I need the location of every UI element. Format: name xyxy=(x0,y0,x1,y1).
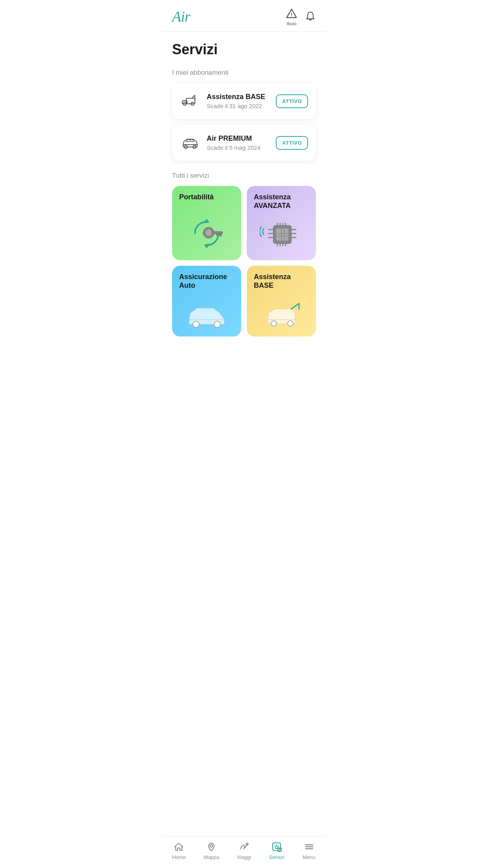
service-title-avanzata: Assistenza AVANZATA xyxy=(254,193,309,210)
svg-rect-19 xyxy=(276,228,288,241)
help-button[interactable]: ! Aiuto xyxy=(285,7,298,26)
nav-servizi-label: Servizi xyxy=(269,854,284,860)
subscription-card-base[interactable]: Assistenza BASE Scade il 31 ago 2022 ATT… xyxy=(172,83,316,119)
svg-line-44 xyxy=(291,303,299,309)
service-card-avanzata[interactable]: Assistenza AVANZATA xyxy=(247,186,316,260)
all-services-label: Tutti i servizi xyxy=(172,172,316,180)
bell-icon xyxy=(305,11,316,22)
nav-mappa[interactable]: Mappa xyxy=(195,841,228,860)
svg-marker-12 xyxy=(204,244,209,248)
nav-mappa-label: Mappa xyxy=(204,854,219,860)
portabilita-image xyxy=(179,202,234,254)
service-title-portabilita: Portabilità xyxy=(179,193,234,202)
menu-icon xyxy=(304,841,315,852)
svg-text:!: ! xyxy=(291,12,292,17)
subscription-subtitle-premium: Scade il 5 mag 2024 xyxy=(207,144,270,151)
subscription-info-premium: Air PREMIUM Scade il 5 mag 2024 xyxy=(207,134,270,151)
service-title-base2: Assistenza BASE xyxy=(254,273,309,290)
tow-truck-icon xyxy=(180,91,200,111)
base2-image xyxy=(254,290,309,329)
nav-home-label: Home xyxy=(172,854,186,860)
nav-menu-label: Menu xyxy=(303,854,316,860)
service-title-assicurazione: Assicurazione Auto xyxy=(179,273,234,290)
main-content: Servizi I miei abbonamenti Assistenza BA… xyxy=(163,32,325,868)
svg-point-43 xyxy=(288,321,293,326)
avanzata-image xyxy=(254,210,309,253)
svg-point-39 xyxy=(193,321,199,327)
nav-servizi[interactable]: % Servizi xyxy=(260,841,293,860)
page-title: Servizi xyxy=(172,41,316,58)
nav-menu[interactable]: Menu xyxy=(293,841,325,860)
home-icon xyxy=(173,841,184,852)
header-actions: ! Aiuto xyxy=(285,7,316,26)
car-icon xyxy=(180,132,200,153)
app-header: Air ! Aiuto xyxy=(163,0,325,32)
service-card-base2[interactable]: Assistenza BASE xyxy=(247,266,316,337)
nav-viaggi-label: Viaggi xyxy=(237,854,251,860)
status-badge-premium[interactable]: ATTIVO xyxy=(276,136,308,150)
nav-home[interactable]: Home xyxy=(163,841,195,860)
assicurazione-image xyxy=(179,290,234,329)
svg-rect-15 xyxy=(212,232,223,234)
svg-rect-17 xyxy=(216,234,218,236)
svg-point-42 xyxy=(271,321,277,326)
bottom-navigation: Home Mappa Viaggi % xyxy=(163,836,325,868)
subscriptions-section-label: I miei abbonamenti xyxy=(172,69,316,77)
svg-point-40 xyxy=(214,321,220,327)
subscription-info-base: Assistenza BASE Scade il 31 ago 2022 xyxy=(207,93,270,109)
subscription-subtitle-base: Scade il 31 ago 2022 xyxy=(207,103,270,109)
triangle-icon: ! xyxy=(285,7,298,20)
servizi-icon: % xyxy=(271,841,282,852)
svg-point-46 xyxy=(210,845,213,847)
svg-line-3 xyxy=(192,95,195,98)
services-grid: Portabilità xyxy=(172,186,316,337)
subscription-title-premium: Air PREMIUM xyxy=(207,134,270,143)
svg-point-14 xyxy=(205,230,212,236)
subscription-title-base: Assistenza BASE xyxy=(207,93,270,101)
all-services-section: Tutti i servizi Portabilità xyxy=(172,172,316,337)
help-label: Aiuto xyxy=(286,21,296,26)
nav-viaggi[interactable]: Viaggi xyxy=(228,841,261,860)
svg-marker-11 xyxy=(204,219,209,223)
notifications-button[interactable] xyxy=(305,11,316,22)
svg-rect-16 xyxy=(220,234,222,236)
viaggi-icon xyxy=(238,841,250,852)
status-badge-base[interactable]: ATTIVO xyxy=(276,94,308,108)
subscription-card-premium[interactable]: Air PREMIUM Scade il 5 mag 2024 ATTIVO xyxy=(172,125,316,161)
service-card-assicurazione[interactable]: Assicurazione Auto xyxy=(172,266,241,337)
map-icon xyxy=(206,841,217,852)
service-card-portabilita[interactable]: Portabilità xyxy=(172,186,241,260)
svg-text:%: % xyxy=(278,848,281,852)
app-logo: Air xyxy=(172,8,190,25)
